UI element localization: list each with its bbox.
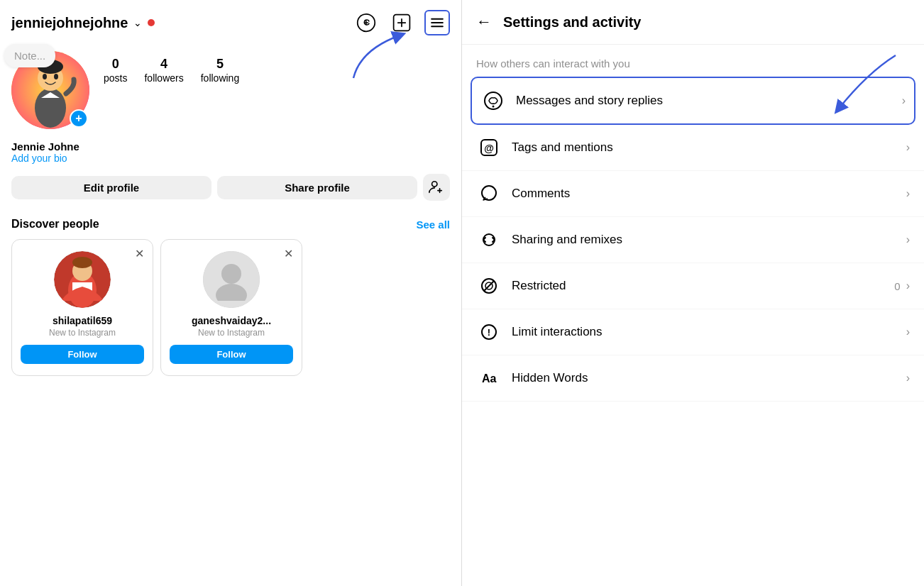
menu-button[interactable] [424,10,450,35]
chevron-right-sharing-icon: › [906,233,910,246]
settings-item-limit[interactable]: ! Limit interactions › [462,309,924,355]
display-name: Jennie Johne [11,140,450,153]
chevron-right-restricted-icon: › [906,280,910,292]
left-panel: jenniejohnejohne ⌄ [0,0,462,586]
person-1-avatar [54,251,111,308]
posts-stat: 0 posts [104,57,127,84]
profile-section: Note... [0,45,461,140]
avatar-wrap: Note... [11,51,89,129]
svg-point-15 [216,284,247,301]
discover-title: Discover people [11,218,99,231]
stats-row: 0 posts 4 followers 5 following [104,51,239,84]
comments-label: Comments [512,187,906,201]
close-person-1-icon[interactable]: ✕ [135,247,144,260]
messages-icon [480,88,506,114]
person-1-name: shilapatil659 [21,315,144,326]
followers-stat[interactable]: 4 followers [144,57,183,84]
chevron-right-comments-icon: › [906,187,910,200]
username-row: jenniejohnejohne ⌄ [11,15,346,31]
chevron-right-limit-icon: › [906,326,910,338]
note-text: Note... [14,50,45,62]
svg-point-8 [432,182,437,187]
posts-count: 0 [104,57,127,72]
username: jenniejohnejohne [11,15,128,31]
note-bubble[interactable]: Note... [4,44,55,67]
new-post-button[interactable] [389,10,414,35]
hidden-label: Hidden Words [512,371,906,385]
right-header: ← Settings and activity [462,0,924,45]
dropdown-chevron-icon[interactable]: ⌄ [133,17,142,28]
person-2-sub: New to Instagram [170,328,293,338]
activity-dot [148,19,155,26]
svg-point-20 [482,186,496,200]
add-suggested-button[interactable] [423,174,450,201]
action-buttons: Edit profile Share profile [0,174,461,212]
person-2-avatar [203,251,260,308]
stats-section: 0 posts 4 followers 5 following [104,51,239,84]
following-count: 5 [201,57,239,72]
edit-profile-button[interactable]: Edit profile [11,176,211,199]
person-2-name: ganeshvaiday2... [170,315,293,326]
limit-label: Limit interactions [512,325,906,339]
top-icons [353,10,450,35]
svg-point-14 [221,264,241,284]
discover-header: Discover people See all [0,212,461,239]
add-bio-link[interactable]: Add your bio [11,153,450,164]
settings-item-sharing[interactable]: Sharing and remixes › [462,217,924,263]
add-to-story-button[interactable]: + [70,109,88,128]
people-cards: ✕ shilapatil659 New to Instagram Foll [0,239,461,376]
comments-icon [476,181,502,206]
person-card-2: ✕ ganeshvaiday2... New to Instagram Foll… [160,239,302,376]
svg-point-6 [54,74,58,79]
see-all-link[interactable]: See all [416,219,450,231]
sharing-label: Sharing and remixes [512,233,906,247]
threads-button[interactable] [353,10,379,35]
svg-point-12 [72,257,92,268]
settings-item-restricted[interactable]: Restricted 0 › [462,263,924,309]
posts-label: posts [104,72,127,84]
section-subtitle: How others can interact with you [462,45,924,77]
name-bio-section: Jennie Johne Add your bio [0,140,461,174]
limit-icon: ! [476,319,502,345]
settings-item-tags[interactable]: @ Tags and mentions › [462,125,924,171]
restricted-icon [476,273,502,299]
share-profile-button[interactable]: Share profile [217,176,417,199]
settings-title: Settings and activity [503,14,642,31]
hidden-words-icon: Aa [476,365,502,391]
sharing-icon [476,227,502,253]
following-stat[interactable]: 5 following [201,57,239,84]
chevron-right-hidden-icon: › [906,372,910,385]
close-person-2-icon[interactable]: ✕ [284,247,293,260]
svg-point-5 [43,74,47,79]
plus-icon: + [75,113,82,124]
svg-point-17 [493,106,495,108]
restricted-label: Restricted [512,279,894,293]
tags-icon: @ [476,135,502,160]
follow-person-1-button[interactable]: Follow [21,345,144,364]
settings-list: Messages and story replies › @ Tags and … [462,77,924,402]
back-button[interactable]: ← [476,13,492,31]
settings-item-comments[interactable]: Comments › [462,171,924,217]
tags-label: Tags and mentions [512,140,906,155]
settings-item-hidden[interactable]: Aa Hidden Words › [462,355,924,402]
person-1-sub: New to Instagram [21,328,144,338]
restricted-badge: 0 [894,280,900,292]
chevron-right-tags-icon: › [906,141,910,154]
followers-label: followers [144,72,183,84]
follow-person-2-button[interactable]: Follow [170,345,293,364]
svg-text:@: @ [484,143,494,154]
right-content: How others can interact with you Message… [462,45,924,402]
messages-label: Messages and story replies [516,94,902,108]
top-bar: jenniejohnejohne ⌄ [0,0,461,45]
svg-text:!: ! [488,327,490,338]
following-label: following [201,72,239,84]
settings-item-messages[interactable]: Messages and story replies › [471,77,915,125]
right-panel: ← Settings and activity How others can i… [462,0,924,586]
svg-text:Aa: Aa [482,372,497,385]
person-card-1: ✕ shilapatil659 New to Instagram Foll [11,239,153,376]
followers-count: 4 [144,57,183,72]
chevron-right-messages-icon: › [902,94,906,107]
